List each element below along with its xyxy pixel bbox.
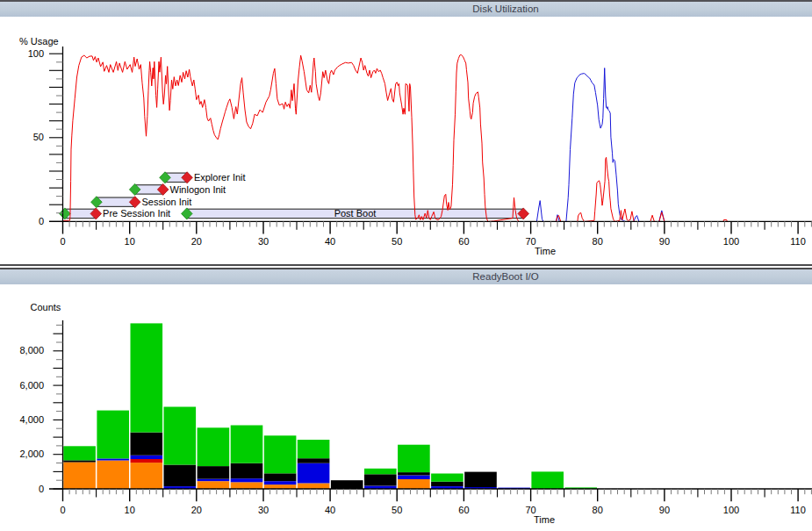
svg-text:0: 0 [60, 505, 65, 515]
svg-text:8,000: 8,000 [19, 345, 44, 355]
svg-text:6,000: 6,000 [19, 380, 44, 391]
svg-text:100: 100 [723, 505, 739, 515]
svg-text:Counts: Counts [31, 302, 61, 312]
svg-text:50: 50 [392, 505, 402, 515]
svg-text:80: 80 [593, 505, 603, 515]
svg-text:70: 70 [525, 505, 535, 515]
svg-text:0: 0 [39, 216, 44, 226]
svg-text:50: 50 [392, 236, 402, 247]
svg-text:40: 40 [325, 505, 335, 515]
svg-text:0: 0 [60, 236, 65, 247]
svg-text:110: 110 [790, 505, 806, 515]
svg-text:Explorer Init: Explorer Init [194, 172, 246, 183]
svg-text:100: 100 [723, 236, 739, 247]
svg-text:% Usage: % Usage [19, 36, 59, 47]
svg-text:Time: Time [534, 514, 555, 525]
svg-text:Winlogon Init: Winlogon Init [170, 184, 226, 195]
svg-text:110: 110 [790, 236, 806, 247]
svg-text:100: 100 [28, 48, 44, 59]
svg-text:2,000: 2,000 [19, 448, 44, 459]
svg-text:90: 90 [659, 505, 670, 515]
svg-text:60: 60 [458, 236, 469, 247]
svg-text:Post Boot: Post Boot [334, 208, 377, 219]
svg-text:10: 10 [125, 505, 135, 515]
svg-text:Session Init: Session Init [142, 197, 192, 207]
svg-text:20: 20 [191, 236, 202, 247]
svg-text:4,000: 4,000 [19, 414, 44, 425]
svg-text:60: 60 [458, 505, 469, 515]
svg-text:90: 90 [659, 236, 670, 247]
svg-text:Pre Session Init: Pre Session Init [103, 208, 170, 219]
svg-text:30: 30 [258, 505, 269, 515]
svg-text:40: 40 [325, 236, 335, 247]
svg-text:80: 80 [593, 236, 603, 247]
svg-text:20: 20 [191, 505, 202, 515]
svg-text:10: 10 [125, 236, 135, 247]
svg-text:50: 50 [33, 132, 44, 142]
svg-text:Time: Time [535, 246, 556, 256]
svg-text:30: 30 [258, 236, 269, 247]
svg-text:0: 0 [39, 484, 44, 494]
